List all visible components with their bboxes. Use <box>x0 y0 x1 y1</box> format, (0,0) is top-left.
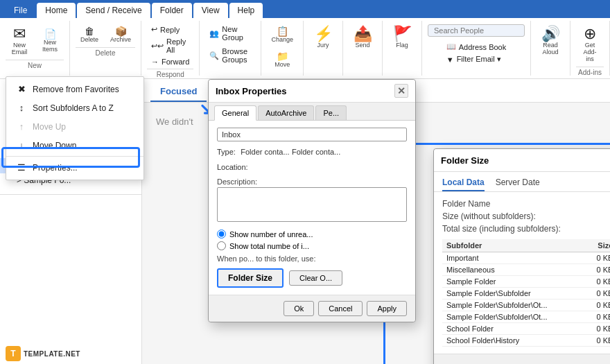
new-items-button[interactable]: 📄 New Items <box>36 26 64 55</box>
properties-icon: ☰ <box>16 162 27 173</box>
folder-size-title-bar: Folder Size ✕ <box>434 149 610 172</box>
tab-folder[interactable]: Folder <box>152 3 192 18</box>
flag-icon: 🚩 <box>393 26 412 42</box>
watermark: T TEMPLATE.NET <box>6 346 80 361</box>
ribbon-flag-group: 🚩 Flag <box>383 21 422 76</box>
size-cell: 0 KB <box>585 335 610 347</box>
watermark-icon: T <box>6 346 21 361</box>
radio-show-unread[interactable]: Show number of unrea... <box>217 229 407 239</box>
get-addins-button[interactable]: ⊕ GetAdd-ins <box>576 24 604 65</box>
inbox-props-tab-permissions[interactable]: Pe... <box>315 105 347 120</box>
fs-col-subfolder: Subfolder <box>442 239 585 252</box>
address-book-icon: 📖 <box>446 42 456 51</box>
context-menu-item-remove-favorites[interactable]: ✖ Remove from Favorites <box>6 80 142 98</box>
fs-tab-server[interactable]: Server Date <box>496 177 540 191</box>
type-value: Folder conta... <box>241 148 289 156</box>
new-group-button[interactable]: 👥 New Group <box>205 24 255 43</box>
forward-icon: → <box>151 58 159 66</box>
inbox-apply-button[interactable]: Apply <box>367 301 407 316</box>
flag-button[interactable]: 🚩 Flag <box>388 24 416 51</box>
watermark-text: TEMPLATE.NET <box>24 350 80 358</box>
inbox-cancel-button[interactable]: Cancel <box>318 301 363 316</box>
context-menu-separator <box>6 156 142 157</box>
context-menu-item-move-down[interactable]: ↓ Move Down <box>6 136 142 155</box>
read-aloud-icon: 🔊 <box>541 26 560 42</box>
send-button[interactable]: 📤 Send <box>349 24 376 51</box>
fs-tab-local[interactable]: Local Data <box>442 177 485 191</box>
reply-button[interactable]: ↩ Reply <box>147 24 184 35</box>
inbox-props-title: Inbox Properties <box>216 86 287 96</box>
inbox-props-body: Type: Folder conta... Folder conta... Lo… <box>209 121 415 295</box>
fs-folder-name-label: Folder Name <box>442 199 490 209</box>
new-email-button[interactable]: ✉ NewEmail <box>6 24 33 58</box>
table-row: Important 0 KB 0 KB <box>442 252 610 264</box>
inbox-ok-button[interactable]: Ok <box>284 301 314 316</box>
size-cell: 0 KB <box>585 276 610 288</box>
fs-total-size-label: Total size (including subfolders): <box>442 224 561 234</box>
table-row: Sample Folder\Subfolder\Ot... 0 KB 0 KB <box>442 311 610 323</box>
archive-button[interactable]: 📦 Archive <box>106 24 135 46</box>
inbox-props-tab-autoarchive[interactable]: AutoArchive <box>258 105 314 120</box>
subfolder-cell: Important <box>442 252 585 264</box>
content-area: Focused Other We didn't ➜ Inbox Properti… <box>142 79 610 364</box>
inbox-props-footer: Ok Cancel Apply <box>209 295 415 322</box>
fs-table: Subfolder Size Total Size Important 0 KB… <box>442 239 610 347</box>
clear-offline-button[interactable]: Clear O... <box>289 270 342 286</box>
tab-home[interactable]: Home <box>37 3 76 18</box>
inbox-type-field: Type: Folder conta... Folder conta... <box>217 147 407 157</box>
tab-send-receive[interactable]: Send / Receive <box>77 3 150 18</box>
change-button[interactable]: 📋 Change <box>267 24 297 46</box>
inbox-props-tab-general[interactable]: General <box>214 105 256 121</box>
when-posting-label: When po... to this folder, use: <box>217 254 407 263</box>
folder-size-button[interactable]: Folder Size <box>217 268 284 288</box>
inbox-props-tabs: General AutoArchive Pe... <box>209 103 415 121</box>
inbox-props-action-row: Folder Size Clear O... <box>217 268 407 288</box>
description-label: Description: <box>217 177 407 186</box>
tab-file[interactable]: File <box>6 3 35 18</box>
location-label: Location: <box>217 163 248 171</box>
inbox-props-title-bar: Inbox Properties ✕ <box>209 80 415 103</box>
ribbon-addins-group: ⊕ GetAdd-ins Add-ins <box>570 21 610 76</box>
sort-subfolders-icon: ↕ <box>16 103 27 113</box>
search-people-input[interactable] <box>428 24 525 37</box>
browse-groups-button[interactable]: 🔍 Browse Groups <box>205 46 255 65</box>
new-email-icon: ✉ <box>13 26 26 42</box>
reply-all-button[interactable]: ↩↩ Reply All <box>147 36 193 55</box>
fs-size-without-row: Size (without subfolders): 0 KB <box>442 211 610 221</box>
context-menu-item-properties[interactable]: ☰ Properties... <box>6 158 142 177</box>
ribbon-delete-group: 🗑 Delete 📦 Archive Delete <box>70 21 141 76</box>
ribbon-new-group: ✉ NewEmail 📄 New Items New <box>0 21 70 76</box>
move-icon: 📁 <box>277 51 288 61</box>
filter-email-button[interactable]: ▼ Filter Email ▾ <box>442 53 505 65</box>
read-aloud-button[interactable]: 🔊 Read Aloud <box>537 24 564 58</box>
jury-button[interactable]: ⚡ Jury <box>309 24 337 51</box>
ribbon-send-group: 📤 Send <box>343 21 383 76</box>
subfolder-cell: Sample Folder\Subfolder\Ot... <box>442 311 585 323</box>
radio-show-total[interactable]: Show total numbe of i... <box>217 241 407 250</box>
delete-button[interactable]: 🗑 Delete <box>76 24 103 46</box>
inbox-name-field <box>217 128 407 141</box>
ribbon-groups-section: 👥 New Group 🔍 Browse Groups <box>200 21 261 76</box>
folder-size-body: Folder Name Inbox Size (without subfolde… <box>434 192 610 354</box>
delete-icon: 🗑 <box>85 26 94 36</box>
context-menu-item-sort-subfolders[interactable]: ↕ Sort Subfolders A to Z <box>6 98 142 117</box>
move-button[interactable]: 📁 Move <box>268 49 296 71</box>
browse-groups-icon: 🔍 <box>209 51 219 60</box>
tab-view[interactable]: View <box>193 3 228 18</box>
reply-icon: ↩ <box>151 25 157 34</box>
forward-button[interactable]: → Forward <box>147 56 193 67</box>
inbox-props-close-button[interactable]: ✕ <box>394 84 408 98</box>
tab-help[interactable]: Help <box>229 3 263 18</box>
size-cell: 0 KB <box>585 311 610 323</box>
sidebar: ▼ Favorites Inbox Sent Items Drafts [7] … <box>0 79 142 364</box>
table-row: Miscellaneous 0 KB 0 KB <box>442 264 610 276</box>
inbox-name-input[interactable] <box>217 128 407 141</box>
size-cell: 0 KB <box>585 264 610 276</box>
new-items-icon: 📄 <box>44 29 56 39</box>
tab-focused[interactable]: Focused <box>150 82 207 102</box>
size-cell: 0 KB <box>585 300 610 311</box>
ribbon-delete-label: Delete <box>76 47 135 57</box>
description-textarea[interactable] <box>217 187 407 222</box>
address-book-button[interactable]: 📖 Address Book <box>442 41 510 53</box>
send-icon: 📤 <box>354 26 372 42</box>
